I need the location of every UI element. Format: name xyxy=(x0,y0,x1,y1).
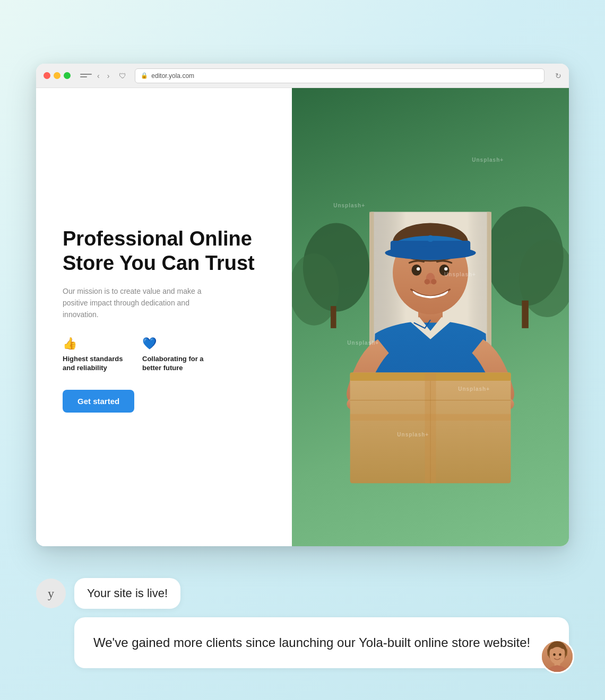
watermark-6: Unsplash+ xyxy=(397,432,429,438)
browser-chrome: ‹ › 🛡 🔒 editor.yola.com ↻ xyxy=(36,64,569,88)
chat-row-1: y Your site is live! xyxy=(36,578,569,609)
watermark-2: Unsplash+ xyxy=(444,272,476,277)
svg-point-29 xyxy=(444,267,447,270)
hero-subtitle: Our mission is to create value and make … xyxy=(63,285,211,321)
url-bar[interactable]: 🔒 editor.yola.com xyxy=(135,68,544,83)
hero-right-panel: Unsplash+ Unsplash+ Unsplash+ Unsplash+ … xyxy=(292,88,569,546)
svg-point-25 xyxy=(427,235,434,242)
url-text: editor.yola.com xyxy=(151,72,194,80)
svg-point-36 xyxy=(550,647,565,664)
browser-controls: ‹ › xyxy=(80,71,111,81)
watermark-4: Unsplash+ xyxy=(458,386,490,392)
reload-button[interactable]: ↻ xyxy=(555,72,561,80)
chat-bubble-1: Your site is live! xyxy=(74,578,180,609)
chat-row-2: We've gained more clients since launchin… xyxy=(36,617,569,668)
feature-reliability-label: Highest standards and reliability xyxy=(63,355,126,373)
minimize-button[interactable] xyxy=(54,72,60,79)
browser-content: Professional Online Store You Can Trust … xyxy=(36,88,569,546)
chat-bubble-2: We've gained more clients since launchin… xyxy=(74,617,569,668)
forward-button[interactable]: › xyxy=(105,71,112,81)
user-avatar xyxy=(540,640,574,673)
user-avatar-illustration xyxy=(542,641,573,672)
yola-avatar: y xyxy=(36,579,66,608)
svg-point-31 xyxy=(424,279,429,284)
watermark-1: Unsplash+ xyxy=(333,203,365,208)
back-button[interactable]: ‹ xyxy=(95,71,102,81)
hero-left-panel: Professional Online Store You Can Trust … xyxy=(36,88,292,546)
svg-point-26 xyxy=(411,265,421,276)
svg-point-38 xyxy=(559,653,561,656)
get-started-button[interactable]: Get started xyxy=(63,390,134,413)
feature-reliability: 👍 Highest standards and reliability xyxy=(63,337,126,373)
feature-collaboration-label: Collaborating for a better future xyxy=(142,355,206,373)
maximize-button[interactable] xyxy=(64,72,71,79)
svg-point-28 xyxy=(417,267,420,270)
svg-point-24 xyxy=(385,246,476,259)
svg-point-37 xyxy=(553,653,556,656)
heart-icon: 💙 xyxy=(142,337,206,351)
watermark-5: Unsplash+ xyxy=(472,157,504,163)
traffic-lights xyxy=(44,72,71,79)
lock-icon: 🔒 xyxy=(141,72,148,79)
features-row: 👍 Highest standards and reliability 💙 Co… xyxy=(63,337,265,373)
thumbsup-icon: 👍 xyxy=(63,337,126,351)
close-button[interactable] xyxy=(44,72,50,79)
watermark-3: Unsplash+ xyxy=(347,340,379,346)
sidebar-toggle-icon[interactable] xyxy=(80,71,92,81)
shield-icon: 🛡 xyxy=(119,72,126,80)
svg-rect-4 xyxy=(331,306,336,328)
chat-area: y Your site is live! We've gained more c… xyxy=(36,578,569,668)
delivery-man-illustration xyxy=(292,88,569,546)
browser-window: ‹ › 🛡 🔒 editor.yola.com ↻ Professional O… xyxy=(36,64,569,546)
hero-title: Professional Online Store You Can Trust xyxy=(63,227,265,275)
svg-rect-5 xyxy=(522,301,529,328)
svg-point-32 xyxy=(431,279,436,284)
feature-collaboration: 💙 Collaborating for a better future xyxy=(142,337,206,373)
